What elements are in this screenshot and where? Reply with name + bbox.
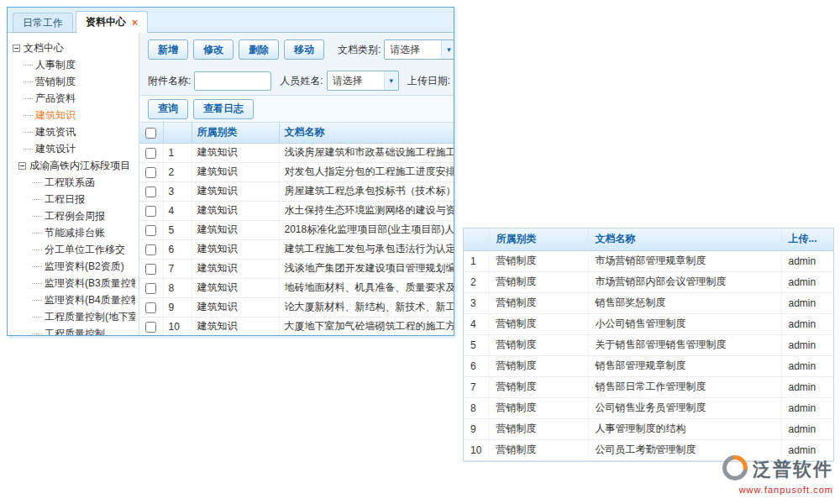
tree-item[interactable]: 工程例会周报 (13, 207, 135, 224)
collapse-icon[interactable] (18, 162, 26, 170)
table-row[interactable]: 9 建筑知识 论大厦新材料、新结构、新技术、新工... (139, 297, 454, 317)
collapse-icon[interactable] (13, 45, 20, 52)
tree-item[interactable]: 监理资料(B2资质) (13, 258, 135, 275)
tree-item[interactable]: 工程质量控制 (13, 325, 135, 335)
row-doc-name[interactable]: 销售部奖惩制度 (588, 292, 781, 313)
table-row[interactable]: 1 营销制度 市场营销部管理规章制度 admin (464, 250, 834, 271)
delete-button[interactable]: 删除 (239, 39, 279, 60)
row-checkbox-cell (139, 297, 163, 317)
tree-item-construction-news[interactable]: 建筑资讯 (13, 123, 135, 140)
row-doc-name[interactable]: 人事管理制度的结构 (588, 418, 781, 439)
add-button[interactable]: 新增 (148, 39, 188, 60)
tree-item-product-data[interactable]: 产品资料 (13, 90, 135, 107)
row-doc-name[interactable]: 大厦地下室加气砼墙砌筑工程的施工方... (279, 317, 454, 335)
row-checkbox[interactable] (145, 186, 156, 197)
row-checkbox[interactable] (145, 283, 156, 294)
row-doc-name[interactable]: 浅谈房屋建筑和市政基础设施工程施工... (279, 143, 454, 162)
row-doc-name[interactable]: 水土保持生态环境监测网络的建设与资... (279, 201, 454, 220)
row-checkbox[interactable] (145, 244, 156, 255)
tree-item[interactable]: 工程联系函 (13, 174, 135, 191)
row-checkbox[interactable] (145, 206, 156, 217)
row-checkbox[interactable] (145, 148, 156, 159)
tree-connector (24, 98, 33, 99)
table-row[interactable]: 9 营销制度 人事管理制度的结构 admin (464, 418, 834, 439)
table-row[interactable]: 4 营销制度 小公司销售管理制度 admin (464, 313, 834, 334)
row-doc-name[interactable]: 地砖地面材料、机具准备、质量要求及... (279, 278, 454, 297)
row-doc-name[interactable]: 小公司销售管理制度 (588, 313, 781, 334)
tree-item-construction-design[interactable]: 建筑设计 (13, 140, 135, 157)
table-row[interactable]: 10 建筑知识 大厦地下室加气砼墙砌筑工程的施工方... (139, 317, 454, 335)
tree-root-document-center[interactable]: 文档中心 (13, 39, 135, 56)
row-index: 6 (163, 239, 192, 259)
tree-item[interactable]: 监理资料(B3质量控制) (13, 275, 135, 291)
doc-name-header[interactable]: 文档名称 (279, 123, 454, 143)
table-row[interactable]: 3 营销制度 销售部奖惩制度 admin (464, 292, 834, 313)
category-header[interactable]: 所属别类 (192, 123, 279, 143)
tree-root-project[interactable]: 成渝高铁内江标段项目 (13, 157, 135, 174)
modify-button[interactable]: 修改 (193, 39, 234, 60)
row-doc-name[interactable]: 对发包人指定分包的工程施工进度安排... (279, 162, 454, 181)
table-row[interactable]: 6 营销制度 销售部管理规章制度 admin (464, 355, 834, 376)
table-row[interactable]: 5 建筑知识 2018标准化监理项目部(业主项目部)人员... (139, 220, 454, 239)
tree-item-personnel-system[interactable]: 人事制度 (13, 56, 135, 73)
table-row[interactable]: 1 建筑知识 浅谈房屋建筑和市政基础设施工程施工... (139, 143, 454, 162)
select-all-checkbox[interactable] (145, 128, 156, 139)
row-doc-name[interactable]: 销售部管理规章制度 (588, 355, 781, 376)
tab-data-center-label: 资料中心 (86, 15, 126, 29)
tree-item-label: 工程例会周报 (45, 207, 105, 224)
select-all-cell (139, 123, 163, 143)
uploader-header[interactable]: 上传... (781, 228, 834, 250)
close-tab-icon[interactable]: × (132, 18, 138, 28)
row-checkbox[interactable] (145, 167, 156, 178)
table-row[interactable]: 7 营销制度 销售部日常工作管理制度 admin (464, 376, 834, 397)
table-row[interactable]: 2 建筑知识 对发包人指定分包的工程施工进度安排... (139, 162, 454, 181)
person-name-select[interactable]: 请选择 ▼ (327, 71, 399, 91)
row-doc-name[interactable]: 市场营销部内部会议管理制度 (588, 271, 781, 292)
row-checkbox[interactable] (145, 302, 156, 313)
table-row[interactable]: 4 建筑知识 水土保持生态环境监测网络的建设与资... (139, 201, 454, 220)
tree-item[interactable]: 分工单位工作移交 (13, 241, 135, 258)
tree-item-construction-knowledge[interactable]: 建筑知识 (13, 107, 135, 123)
row-doc-name[interactable]: 房屋建筑工程总承包投标书（技术标）... (279, 181, 454, 201)
tree-item[interactable]: 监理资料(B4质量控制) (13, 291, 135, 308)
row-checkbox-cell (139, 162, 163, 181)
tab-data-center[interactable]: 资料中心 × (76, 11, 148, 33)
tree-item[interactable]: 节能减排台账 (13, 224, 135, 241)
chevron-down-icon: ▼ (384, 71, 398, 90)
doc-name-header[interactable]: 文档名称 (588, 228, 781, 250)
category-header[interactable]: 所属别类 (489, 228, 588, 250)
move-button[interactable]: 移动 (284, 39, 324, 60)
row-checkbox[interactable] (145, 322, 156, 333)
tree-item-label: 分工单位工作移交 (45, 241, 125, 258)
view-log-button[interactable]: 查看日志 (193, 99, 254, 119)
tree-item-marketing-system[interactable]: 营销制度 (13, 73, 135, 90)
window-body: 文档中心 人事制度 营销制度 产品资料 建筑知识 建筑资讯 建筑设计 成渝高铁内… (8, 33, 454, 335)
row-doc-name[interactable]: 销售部日常工作管理制度 (588, 376, 781, 397)
table-row[interactable]: 6 建筑知识 建筑工程施工发包与承包违法行为认定... (139, 239, 454, 259)
table-row[interactable]: 3 建筑知识 房屋建筑工程总承包投标书（技术标）... (139, 181, 454, 201)
doc-type-label: 文档类别: (338, 43, 381, 57)
row-doc-name[interactable]: 论大厦新材料、新结构、新技术、新工... (279, 297, 454, 317)
row-doc-name[interactable]: 市场营销部管理规章制度 (588, 250, 781, 271)
table-row[interactable]: 8 建筑知识 地砖地面材料、机具准备、质量要求及... (139, 278, 454, 297)
tree-item[interactable]: 工程日报 (13, 191, 135, 207)
row-doc-name[interactable]: 关于销售部管理销售管理制度 (588, 334, 781, 355)
row-checkbox[interactable] (145, 264, 156, 275)
doc-type-select[interactable]: 请选择 ▼ (384, 39, 454, 60)
row-doc-name[interactable]: 建筑工程施工发包与承包违法行为认定... (279, 239, 454, 259)
row-checkbox[interactable] (145, 225, 156, 236)
query-button[interactable]: 查询 (148, 99, 188, 119)
attachment-name-input[interactable] (194, 71, 271, 91)
table-row[interactable]: 5 营销制度 关于销售部管理销售管理制度 admin (464, 334, 834, 355)
row-checkbox-cell (139, 239, 163, 259)
table-row[interactable]: 8 营销制度 公司销售业务员管理制度 admin (464, 397, 834, 418)
row-doc-name[interactable]: 2018标准化监理项目部(业主项目部)人员... (279, 220, 454, 239)
row-category: 建筑知识 (192, 220, 279, 239)
table-row[interactable]: 2 营销制度 市场营销部内部会议管理制度 admin (464, 271, 834, 292)
tree-item[interactable]: 工程质量控制(地下室) (13, 308, 135, 325)
row-doc-name[interactable]: 公司销售业务员管理制度 (588, 397, 781, 418)
tab-daily-work[interactable]: 日常工作 (13, 13, 73, 32)
row-doc-name[interactable]: 浅谈地产集团开发建设项目管理规划编... (279, 259, 454, 278)
tree-connector (24, 65, 33, 66)
table-row[interactable]: 7 建筑知识 浅谈地产集团开发建设项目管理规划编... (139, 259, 454, 278)
